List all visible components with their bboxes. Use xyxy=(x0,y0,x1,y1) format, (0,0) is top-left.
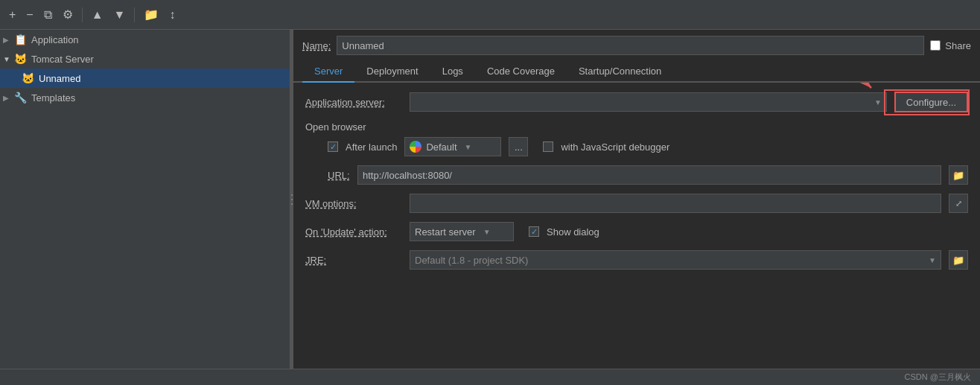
svg-line-1 xyxy=(834,83,871,88)
status-text: CSDN @三月枫火 xyxy=(905,372,971,383)
app-server-dropdown-icon: ▼ xyxy=(874,98,882,106)
toolbar: + − ⧉ ⚙ ▲ ▼ 📁 ↕ xyxy=(0,0,980,30)
app-server-label: Application server: xyxy=(305,97,402,108)
sidebar-item-application[interactable]: ▶ 📋 Application xyxy=(0,30,290,49)
add-button[interactable]: + xyxy=(6,7,19,23)
status-bar: CSDN @三月枫火 xyxy=(0,369,980,385)
tab-server[interactable]: Server xyxy=(302,61,354,83)
templates-icon: 🔧 xyxy=(13,91,27,104)
name-row: Name: Share xyxy=(293,30,980,61)
open-browser-section: Open browser After launch Default ▼ ... … xyxy=(305,121,968,156)
browser-select[interactable]: Default ▼ xyxy=(404,137,501,156)
sidebar-item-templates[interactable]: ▶ 🔧 Templates xyxy=(0,88,290,107)
url-folder-button[interactable]: 📁 xyxy=(949,165,968,185)
after-launch-row: After launch Default ▼ ... with JavaScri… xyxy=(305,137,968,156)
tomcat-icon: 🐱 xyxy=(13,52,27,66)
sidebar-item-unnamed[interactable]: 🐱 Unnamed xyxy=(0,69,290,88)
sidebar: ▶ 📋 Application ▼ 🐱 Tomcat Server 🐱 Unna… xyxy=(0,30,290,369)
main-layout: ▶ 📋 Application ▼ 🐱 Tomcat Server 🐱 Unna… xyxy=(0,30,980,369)
share-area: Share xyxy=(930,40,971,51)
name-input[interactable] xyxy=(337,36,924,55)
app-server-select[interactable]: ▼ xyxy=(410,92,887,112)
tabs-bar: Server Deployment Logs Code Coverage Sta… xyxy=(293,61,980,83)
url-row: URL: 📁 xyxy=(305,165,968,185)
url-input[interactable] xyxy=(357,165,941,185)
url-label: URL: xyxy=(328,170,350,181)
remove-button[interactable]: − xyxy=(23,7,36,23)
restart-server-label: Restart server xyxy=(415,226,476,238)
handle-dot-2 xyxy=(291,199,293,200)
show-dialog-checkbox[interactable] xyxy=(529,226,539,237)
app-server-row: Application server: ▼ Configure... xyxy=(305,92,968,112)
after-launch-label: After launch xyxy=(346,141,397,153)
up-button[interactable]: ▲ xyxy=(89,7,106,23)
tab-startup-connection[interactable]: Startup/Connection xyxy=(567,61,673,83)
browser-label: Default xyxy=(426,141,456,153)
show-dialog-label: Show dialog xyxy=(547,226,599,238)
jre-row: JRE: Default (1.8 - project SDK) ▼ 📁 xyxy=(305,250,968,270)
vm-options-label: VM options: xyxy=(305,198,402,209)
jre-dropdown-icon: ▼ xyxy=(929,256,936,264)
update-action-select[interactable]: Restart server ▼ xyxy=(410,222,514,241)
browser-more-button[interactable]: ... xyxy=(509,137,528,156)
unnamed-icon: 🐱 xyxy=(21,71,34,85)
jre-value: Default (1.8 - project SDK) xyxy=(415,255,528,266)
toolbar-divider-1 xyxy=(82,7,83,22)
jre-folder-button[interactable]: 📁 xyxy=(949,250,968,270)
js-debugger-checkbox[interactable] xyxy=(543,141,553,152)
tab-code-coverage[interactable]: Code Coverage xyxy=(475,61,567,83)
settings-button[interactable]: ⚙ xyxy=(60,6,76,23)
after-launch-checkbox[interactable] xyxy=(328,141,338,152)
handle-dot-1 xyxy=(291,194,293,196)
application-arrow-icon: ▶ xyxy=(3,36,13,44)
configure-button[interactable]: Configure... xyxy=(894,92,968,112)
js-debugger-label: with JavaScript debugger xyxy=(561,141,669,153)
templates-arrow-icon: ▶ xyxy=(3,94,13,102)
content-area: Name: Share Server Deployment Logs Code … xyxy=(293,30,980,369)
update-action-label: On 'Update' action: xyxy=(305,226,402,238)
server-tab-content: Application server: ▼ Configure... xyxy=(293,83,980,369)
chrome-icon xyxy=(410,141,421,153)
jre-label: JRE: xyxy=(305,255,402,266)
application-icon: 📋 xyxy=(13,33,27,46)
jre-select[interactable]: Default (1.8 - project SDK) ▼ xyxy=(410,250,941,270)
vm-options-input[interactable] xyxy=(410,194,941,213)
application-label: Application xyxy=(31,34,79,45)
unnamed-label: Unnamed xyxy=(39,73,80,84)
browser-dropdown-icon: ▼ xyxy=(465,143,472,151)
share-checkbox[interactable] xyxy=(930,40,941,51)
vm-options-row: VM options: ⤢ xyxy=(305,194,968,213)
sidebar-item-tomcat[interactable]: ▼ 🐱 Tomcat Server xyxy=(0,49,290,69)
share-label: Share xyxy=(945,40,971,51)
tab-logs[interactable]: Logs xyxy=(430,61,475,83)
tomcat-arrow-icon: ▼ xyxy=(3,55,13,63)
templates-label: Templates xyxy=(31,92,75,104)
update-dropdown-icon: ▼ xyxy=(483,228,491,236)
tab-deployment[interactable]: Deployment xyxy=(354,61,430,83)
update-action-row: On 'Update' action: Restart server ▼ Sho… xyxy=(305,222,968,241)
handle-dot-3 xyxy=(291,203,293,205)
toolbar-divider-2 xyxy=(134,7,135,22)
down-button[interactable]: ▼ xyxy=(111,7,129,23)
tomcat-label: Tomcat Server xyxy=(31,54,94,65)
open-browser-label: Open browser xyxy=(305,121,968,133)
copy-button[interactable]: ⧉ xyxy=(41,7,55,23)
folder-button[interactable]: 📁 xyxy=(141,6,162,23)
name-label: Name: xyxy=(302,40,331,51)
sort-button[interactable]: ↕ xyxy=(166,7,178,23)
vm-expand-button[interactable]: ⤢ xyxy=(949,194,968,213)
